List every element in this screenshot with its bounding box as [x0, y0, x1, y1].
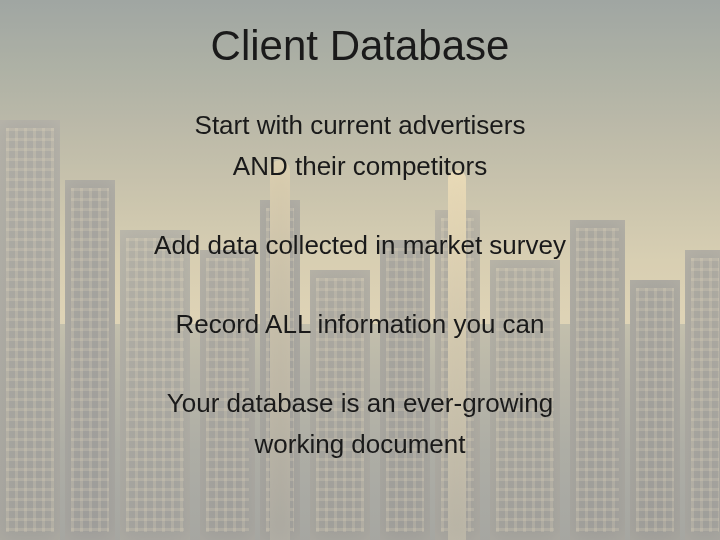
body-line-1: Start with current advertisers: [0, 108, 720, 143]
body-line-2: AND their competitors: [0, 149, 720, 184]
slide-title: Client Database: [0, 22, 720, 70]
body-line-6: working document: [0, 427, 720, 462]
body-line-5: Your database is an ever-growing: [0, 386, 720, 421]
body-line-4: Record ALL information you can: [0, 307, 720, 342]
slide-content: Client Database Start with current adver…: [0, 0, 720, 540]
body-line-3: Add data collected in market survey: [0, 228, 720, 263]
